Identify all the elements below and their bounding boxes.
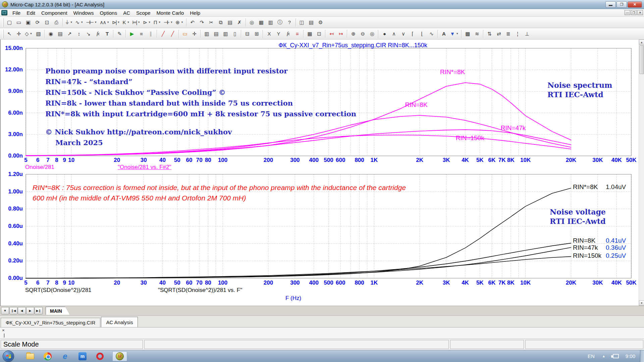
- undo-button[interactable]: ↶: [188, 18, 197, 27]
- file-tab-ac-analysis[interactable]: AC Analysis: [101, 317, 138, 327]
- component-panel-button[interactable]: ▥: [266, 18, 275, 27]
- align-vertical-button[interactable]: ⇅: [485, 29, 494, 38]
- ground-component-button[interactable]: ⏚▼: [64, 18, 74, 27]
- scale-x-tool[interactable]: ↗: [65, 29, 74, 38]
- resistor-component-button[interactable]: ∧∧▼: [99, 18, 110, 27]
- menu-scope[interactable]: Scope: [133, 9, 154, 16]
- copy-button[interactable]: ⧉: [216, 18, 225, 27]
- child-restore-button[interactable]: ❐: [631, 10, 637, 15]
- dock-close-icon[interactable]: ✕: [1, 328, 6, 333]
- fit-top-button[interactable]: ⊥: [523, 29, 531, 38]
- find-button[interactable]: ◎: [248, 18, 256, 27]
- stop-button[interactable]: ■: [137, 29, 146, 38]
- panel-layout-single[interactable]: ▯: [230, 29, 239, 38]
- mosfet-component-button[interactable]: ⊨|▼: [131, 18, 141, 27]
- run-button[interactable]: ▶: [127, 29, 136, 38]
- fx-axis-settings[interactable]: fx: [283, 29, 292, 38]
- pulse-source-component-button[interactable]: Π▼: [153, 18, 162, 27]
- file-tab-circuit[interactable]: ФК_Cy-XXI_v7_Rin+75us_stepping.CIR: [1, 318, 100, 327]
- menu-windows[interactable]: Windows: [70, 9, 97, 16]
- pause-button[interactable]: ∥: [146, 29, 155, 38]
- cursor-mode-right[interactable]: ╱: [168, 29, 177, 38]
- taskbar-micro-cap[interactable]: 12: [112, 351, 127, 361]
- zoom-auto-button[interactable]: ◎: [368, 29, 376, 38]
- edit-limits-button[interactable]: ✎: [115, 29, 124, 38]
- file-manager-button[interactable]: ▤: [307, 18, 316, 27]
- horizontal-axis-toggle[interactable]: ⊟: [243, 29, 252, 38]
- voltage-expression[interactable]: SQRT(SD(Onoise^2))/281: [25, 287, 92, 294]
- taskbar-chrome[interactable]: [43, 351, 53, 361]
- paste-button[interactable]: ▤: [226, 18, 234, 27]
- plot-workspace[interactable]: ФК_Cy-XXI_v7_Rin+75us_stepping.CIR RIN=8…: [0, 40, 644, 306]
- picture-tool[interactable]: ▧: [34, 29, 43, 38]
- window-split-button[interactable]: ◫: [298, 18, 306, 27]
- spectrum-expression-link[interactable]: "Onoise/281 vs. F#2": [118, 164, 171, 171]
- menu-ac[interactable]: AC: [120, 9, 133, 16]
- maximize-button[interactable]: ❐: [616, 1, 627, 8]
- grid-toggle-button[interactable]: ▦: [257, 18, 266, 27]
- spectrum-expression[interactable]: Onoise/281: [25, 164, 54, 171]
- sine-source-component-button[interactable]: ∿▼: [74, 18, 85, 27]
- low-button[interactable]: ⌊: [418, 29, 426, 38]
- vertical-scrollbar[interactable]: ▲ ▼: [639, 40, 644, 306]
- panel-layout-horizontal[interactable]: ▤: [212, 29, 220, 38]
- page-tab-main[interactable]: MAIN: [46, 307, 70, 315]
- prev-page-button[interactable]: ◀: [18, 307, 26, 314]
- network-icon[interactable]: [613, 354, 619, 358]
- next-data-point-button[interactable]: ●: [380, 29, 389, 38]
- print-preview-button[interactable]: ⊡: [43, 18, 51, 27]
- page-list-button[interactable]: ▼: [1, 307, 9, 314]
- redo-button[interactable]: ↷: [198, 18, 206, 27]
- zoom-in-button[interactable]: ⊕: [349, 29, 358, 38]
- diode-component-button[interactable]: ⊳|▼: [111, 18, 121, 27]
- panel-layout-split[interactable]: ▥: [221, 29, 230, 38]
- voltage-source-component-button[interactable]: ⊕▼: [174, 18, 184, 27]
- taskbar-opera[interactable]: [95, 351, 105, 361]
- save-file-button[interactable]: ▣: [24, 18, 33, 27]
- stack-plots-button[interactable]: ≣: [504, 29, 513, 38]
- child-minimize-button[interactable]: —: [625, 10, 630, 15]
- x-axis-settings[interactable]: X: [265, 29, 273, 38]
- taskbar-internet-explorer[interactable]: e: [60, 351, 70, 361]
- scale-box-tool[interactable]: ↘: [84, 29, 93, 38]
- menu-help[interactable]: Help: [187, 9, 203, 16]
- print-button[interactable]: ⎙: [52, 18, 61, 27]
- separate-plots-button[interactable]: ¦: [513, 29, 522, 38]
- taskbar-windows-explorer[interactable]: [25, 351, 35, 361]
- menu-file[interactable]: File: [9, 9, 23, 16]
- cursor-left-button[interactable]: ↤: [327, 29, 336, 38]
- inflection-button[interactable]: ∿: [427, 29, 436, 38]
- next-page-button[interactable]: ▶: [26, 307, 34, 314]
- tray-expand-icon[interactable]: ▲: [602, 354, 605, 358]
- info-button[interactable]: ⓘ: [276, 18, 284, 27]
- number-format-button[interactable]: ⊡: [315, 29, 323, 38]
- capacitor-component-button[interactable]: ⊣⊢▼: [85, 18, 98, 27]
- font-button[interactable]: A: [439, 29, 448, 38]
- crosshair-cursor-tool[interactable]: ✛: [190, 29, 199, 38]
- scale-y-tool[interactable]: ↕: [74, 29, 83, 38]
- text-tool[interactable]: T: [103, 29, 111, 38]
- last-page-button[interactable]: ▶❙: [35, 307, 43, 314]
- watermark-button[interactable]: ≋: [473, 29, 481, 38]
- scroll-down-icon[interactable]: ▼: [639, 300, 644, 306]
- select-region-tool[interactable]: ▭: [180, 29, 189, 38]
- color-dropdown[interactable]: ▼▼: [449, 29, 460, 38]
- grid-points-toggle[interactable]: ⊞: [252, 29, 261, 38]
- opamp-component-button[interactable]: ⊳▼: [142, 18, 152, 27]
- show-desktop-button[interactable]: [640, 350, 644, 362]
- taskbar-maxthon[interactable]: m: [77, 351, 88, 361]
- minimize-button[interactable]: ▬: [605, 1, 616, 8]
- shape-tool-dropdown[interactable]: ◇▼: [24, 29, 33, 38]
- start-button[interactable]: [3, 351, 14, 362]
- panel-layout-vertical[interactable]: ▥: [202, 29, 211, 38]
- plot-properties-tool[interactable]: ▤: [56, 29, 64, 38]
- preferences-button[interactable]: ⚙: [316, 18, 325, 27]
- delete-button[interactable]: ✗: [235, 18, 244, 27]
- menu-options[interactable]: Options: [97, 9, 120, 16]
- thumbnail-button[interactable]: ▩: [463, 29, 472, 38]
- numeric-output-button[interactable]: ≡: [293, 29, 302, 38]
- taskbar-clock[interactable]: 9:00: [626, 353, 635, 359]
- menu-monte-carlo[interactable]: Monte Carlo: [154, 9, 187, 16]
- child-close-button[interactable]: ✕: [637, 10, 643, 15]
- pan-tool[interactable]: ✛: [14, 29, 23, 38]
